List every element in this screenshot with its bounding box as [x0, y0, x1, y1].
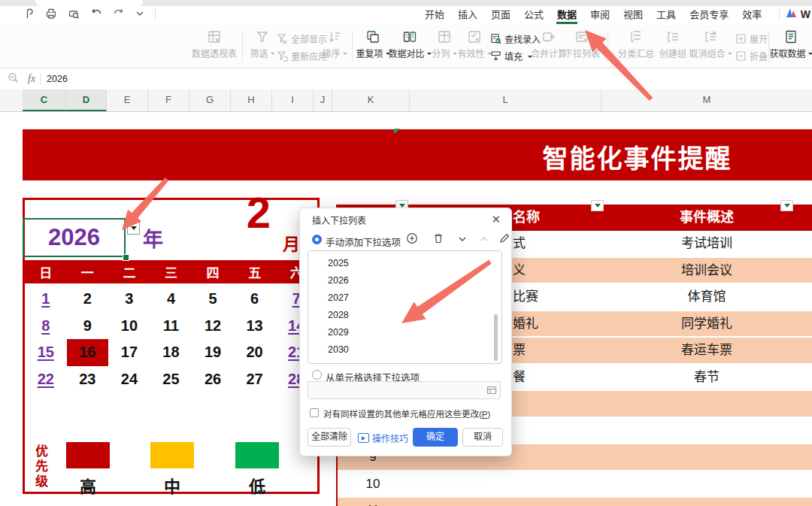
row-number-cell[interactable]: 10: [336, 471, 410, 496]
month-number[interactable]: 2: [239, 189, 278, 236]
fx-icon[interactable]: fx: [28, 73, 35, 85]
weekday-cell[interactable]: 三: [150, 260, 192, 283]
redo-icon[interactable]: [113, 8, 125, 20]
date-cell[interactable]: 11: [150, 313, 192, 340]
event-name-cell[interactable]: 餐: [513, 365, 526, 390]
weekday-cell[interactable]: 五: [234, 260, 276, 283]
ribbon-sort[interactable]: 排序: [319, 29, 350, 59]
event-overview-cell[interactable]: 春节: [601, 365, 812, 390]
undo-icon[interactable]: [90, 8, 102, 20]
name-box-search-icon[interactable]: [8, 72, 19, 86]
year-dropdown-button[interactable]: [127, 222, 140, 235]
dropdown-option[interactable]: 2029: [308, 324, 501, 341]
column-header-j[interactable]: J: [314, 89, 332, 111]
ribbon-subtotal[interactable]: 分类汇总: [615, 29, 657, 59]
date-cell[interactable]: 9: [67, 313, 109, 340]
event-overview-cell[interactable]: 考试培训: [601, 231, 812, 256]
date-cell[interactable]: 23: [67, 366, 109, 393]
date-cell[interactable]: 4: [150, 286, 192, 313]
column-header-k[interactable]: K: [332, 89, 410, 111]
close-icon[interactable]: ✕: [488, 211, 504, 228]
menu-tab[interactable]: 工具: [650, 6, 683, 25]
move-up-icon[interactable]: [479, 234, 489, 247]
date-cell[interactable]: 19: [192, 339, 234, 366]
menu-tab[interactable]: 效率: [735, 6, 768, 25]
date-cell[interactable]: 25: [150, 366, 192, 393]
event-name-cell[interactable]: 义: [513, 258, 526, 283]
weekday-cell[interactable]: 四: [192, 260, 234, 283]
date-cell[interactable]: 13: [234, 313, 276, 340]
event-overview-cell[interactable]: 春运车票: [601, 338, 812, 363]
move-down-icon[interactable]: [457, 234, 468, 247]
tips-link[interactable]: 操作技巧: [358, 432, 408, 444]
selection-fill-handle[interactable]: [123, 254, 129, 261]
date-cell[interactable]: 16: [67, 339, 109, 366]
formula-bar-value[interactable]: 2026: [47, 74, 68, 84]
year-suffix-label[interactable]: 年: [143, 223, 163, 253]
month-suffix-label[interactable]: 月: [283, 230, 300, 256]
menu-tab[interactable]: 视图: [617, 6, 650, 25]
event-name-header[interactable]: 名称: [513, 205, 540, 230]
table-row[interactable]: 10: [336, 471, 812, 498]
column-header-m[interactable]: M: [601, 89, 812, 111]
ribbon-ungroup[interactable]: 取消组合: [689, 29, 732, 59]
ribbon-create-group[interactable]: 创建组: [656, 29, 690, 59]
radio-manual-options[interactable]: [312, 235, 322, 244]
column-header-e[interactable]: E: [107, 89, 148, 111]
table-row[interactable]: 11: [336, 498, 812, 506]
row-number-cell[interactable]: 11: [336, 498, 410, 506]
print-icon[interactable]: [45, 8, 57, 20]
event-name-cell[interactable]: 婚礼: [513, 311, 538, 337]
date-cell[interactable]: 18: [150, 339, 192, 366]
weekday-cell[interactable]: 一: [67, 260, 109, 283]
list-scrollbar[interactable]: [494, 314, 498, 361]
menu-tab[interactable]: 插入: [451, 6, 484, 25]
column-header-h[interactable]: H: [231, 89, 272, 111]
edit-option-icon[interactable]: [498, 232, 511, 247]
ribbon-text-to-columns[interactable]: 分列: [430, 29, 459, 59]
column-header-f[interactable]: F: [148, 89, 189, 111]
dropdown-option[interactable]: 2027: [308, 289, 501, 307]
add-option-icon[interactable]: [406, 232, 418, 247]
cancel-button[interactable]: 取消: [462, 428, 503, 447]
date-cell[interactable]: 8: [25, 313, 67, 340]
ribbon-dropdown-list[interactable]: 下拉列表: [561, 29, 603, 59]
event-overview-cell[interactable]: 培训会议: [601, 258, 812, 283]
menu-tab[interactable]: 数据: [550, 6, 583, 25]
column-header-c[interactable]: C: [23, 89, 66, 111]
cell-range-input[interactable]: [308, 381, 501, 399]
ribbon-duplicates[interactable]: 重复项: [353, 29, 392, 59]
ribbon-get-data[interactable]: 获取数据: [770, 29, 812, 59]
date-cell[interactable]: 27: [234, 366, 276, 393]
date-cell[interactable]: 2: [67, 286, 109, 313]
print-preview-icon[interactable]: [68, 8, 80, 20]
radio-from-cells[interactable]: [312, 370, 322, 380]
date-cell[interactable]: 20: [234, 339, 276, 366]
date-cell[interactable]: 12: [192, 313, 234, 340]
date-cell[interactable]: 1: [25, 286, 67, 313]
qat-more-icon[interactable]: [135, 9, 144, 18]
dropdown-option[interactable]: 2028: [308, 307, 501, 324]
ribbon-expand[interactable]: 展开: [735, 32, 768, 45]
date-cell[interactable]: 3: [108, 286, 150, 313]
clear-all-button[interactable]: 全部清除: [308, 428, 351, 447]
menu-tab[interactable]: 开始: [418, 6, 451, 25]
menu-tab[interactable]: 审阅: [583, 6, 617, 25]
date-cell[interactable]: 15: [25, 339, 67, 366]
date-cell[interactable]: 17: [108, 339, 150, 366]
event-name-cell[interactable]: 式: [513, 231, 526, 256]
menu-tab[interactable]: 页面: [484, 6, 517, 25]
date-cell[interactable]: 5: [192, 286, 234, 313]
column-header-d[interactable]: D: [66, 89, 107, 111]
filter-button-name[interactable]: [591, 200, 604, 211]
ribbon-collapse[interactable]: 折叠: [735, 50, 768, 62]
save-icon[interactable]: [23, 8, 35, 20]
dropdown-option[interactable]: 2026: [308, 272, 501, 289]
column-header-g[interactable]: G: [189, 89, 231, 111]
apply-to-similar-checkbox[interactable]: [310, 408, 319, 417]
range-picker-icon[interactable]: [486, 385, 497, 398]
date-cell[interactable]: 26: [192, 366, 234, 393]
delete-option-icon[interactable]: [432, 232, 444, 247]
event-overview-cell[interactable]: 体育馆: [601, 284, 812, 310]
ribbon-data-compare[interactable]: 数据对比: [388, 29, 432, 59]
